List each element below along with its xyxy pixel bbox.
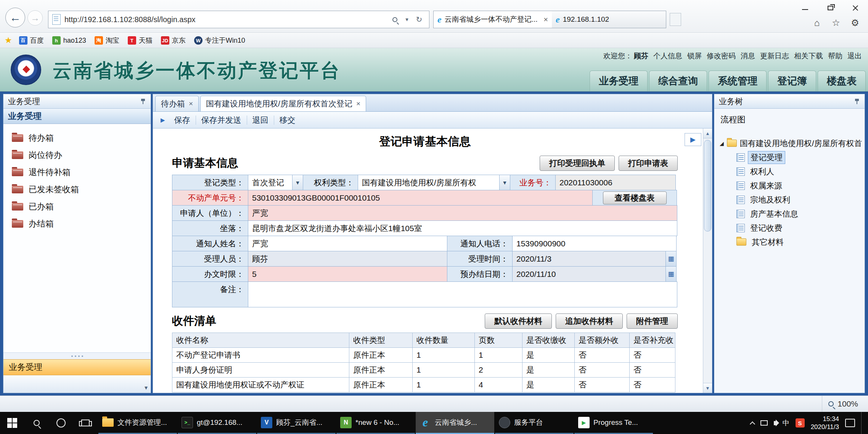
favorite-baidu[interactable]: 百百度 xyxy=(17,35,46,46)
doc-tab-registration[interactable]: 国有建设用地使用权/房屋所有权首次登记 × xyxy=(200,96,366,111)
sidebar-item-todo-box[interactable]: 待办箱 xyxy=(3,129,151,146)
taskbar-search-button[interactable] xyxy=(24,412,49,434)
zoom-control[interactable]: 100% xyxy=(822,396,864,412)
favorites-bar-star-icon[interactable]: ★ xyxy=(5,35,12,45)
nav-business-accept[interactable]: 业务受理 xyxy=(590,71,648,91)
link-logout[interactable]: 退出 xyxy=(847,51,862,61)
tray-expand-icon[interactable] xyxy=(750,421,755,426)
panel-expand-button[interactable]: ▶ xyxy=(685,133,701,146)
speaker-icon[interactable] xyxy=(774,421,776,425)
default-materials-button[interactable]: 默认收件材料 xyxy=(485,313,552,329)
print-application-button[interactable]: 打印申请表 xyxy=(619,156,678,171)
right-type-select[interactable]: 国有建设用地使用权/房屋所有权▼ xyxy=(358,175,510,190)
sidebar-item-return-box[interactable]: 退件待补箱 xyxy=(3,164,151,181)
calendar-icon[interactable]: ▦ xyxy=(665,267,676,281)
location-field[interactable]: 昆明市盘龙区双龙街道办事处幸福小区1幢105室 xyxy=(248,220,677,236)
window-minimize-button[interactable] xyxy=(792,0,818,16)
taskbar-app-service[interactable]: 服务平台 xyxy=(495,412,574,434)
taskbar-app-terminal[interactable]: >_gt@192.168... xyxy=(178,412,256,434)
start-button[interactable] xyxy=(0,412,24,434)
time-limit-field[interactable]: 5 xyxy=(248,266,447,282)
browser-back-button[interactable]: ← xyxy=(5,8,25,27)
show-desktop-button[interactable] xyxy=(861,412,865,434)
tree-item-parcel-rights[interactable]: 宗地及权利 xyxy=(714,193,865,207)
sidebar-collapse-strip[interactable]: ▾ xyxy=(3,375,151,393)
link-help[interactable]: 帮助 xyxy=(828,51,842,61)
refresh-icon[interactable]: ↻ xyxy=(411,11,427,28)
due-date-field[interactable]: 2020/11/10▦ xyxy=(512,266,677,282)
link-changelog[interactable]: 更新日志 xyxy=(760,51,789,61)
link-messages[interactable]: 消息 xyxy=(741,51,755,61)
display-icon[interactable] xyxy=(760,420,768,426)
link-downloads[interactable]: 相关下载 xyxy=(794,51,823,61)
search-icon[interactable] xyxy=(387,11,402,28)
sidebar-item-post-todo[interactable]: 岗位待办 xyxy=(3,146,151,164)
append-materials-button[interactable]: 追加收件材料 xyxy=(556,313,623,329)
table-row[interactable]: 国有建设用地使用权证或不动产权证 原件正本 1 4 是 否 否 xyxy=(172,378,678,392)
taskbar-app-ie[interactable]: e云南省城乡... xyxy=(416,412,494,434)
settings-gear-icon[interactable]: ⚙ xyxy=(847,15,863,31)
nav-building-table[interactable]: 楼盘表 xyxy=(818,71,866,91)
toolbar-play-icon[interactable]: ▶ xyxy=(161,117,165,124)
remark-field[interactable] xyxy=(248,281,677,307)
tree-root[interactable]: ◢ 国有建设用地使用权/房屋所有权首 xyxy=(714,136,865,150)
sidebar-group-header[interactable]: 业务受理 xyxy=(3,109,151,124)
url-text[interactable]: http://192.168.1.102:8088/sl/login.aspx xyxy=(64,15,387,24)
nav-register-book[interactable]: 登记簿 xyxy=(768,71,816,91)
splitter-handle[interactable] xyxy=(3,352,151,359)
attachment-manager-button[interactable]: 附件管理 xyxy=(627,313,678,329)
tree-item-right-holder[interactable]: 权利人 xyxy=(714,164,865,178)
tree-item-other-materials[interactable]: 其它材料 xyxy=(714,235,865,249)
chevron-down-icon[interactable]: ▾ xyxy=(145,384,148,391)
action-center-icon[interactable] xyxy=(845,419,855,427)
table-row[interactable]: 不动产登记申请书 原件正本 1 1 是 否 否 xyxy=(172,348,678,363)
favorite-tmall[interactable]: T天猫 xyxy=(125,35,155,46)
browser-tab-current[interactable]: e 云南省城乡一体不动产登记... × xyxy=(433,11,552,28)
favorite-win10[interactable]: W专注于Win10 xyxy=(192,35,248,46)
sogou-input-icon[interactable]: S xyxy=(796,418,805,428)
unit-no-field[interactable]: 530103309013GB00001F00010105 xyxy=(248,190,593,206)
sidebar-item-closed-box[interactable]: 办结箱 xyxy=(3,215,151,232)
notify-phone-field[interactable]: 15390900900 xyxy=(512,236,677,251)
browser-tab-secondary[interactable]: e 192.168.1.102 xyxy=(552,11,666,28)
applicant-field[interactable]: 严宽 xyxy=(248,205,677,221)
home-icon[interactable]: ⌂ xyxy=(809,15,825,31)
expand-icon[interactable]: ◢ xyxy=(720,140,724,146)
scrollbar-thumb[interactable] xyxy=(704,140,711,231)
sidebar-item-sent-unsigned-box[interactable]: 已发未签收箱 xyxy=(3,181,151,198)
pin-icon[interactable] xyxy=(140,98,146,104)
doc-tab-inbox[interactable]: 待办箱 × xyxy=(155,96,199,111)
return-button[interactable]: 退回 xyxy=(249,113,272,127)
sidebar-group-business[interactable]: 业务受理 xyxy=(3,359,151,375)
dropdown-caret-icon[interactable]: ▼ xyxy=(499,175,510,190)
save-and-send-button[interactable]: 保存并发送 xyxy=(198,113,245,127)
scroll-down-icon[interactable]: ▼ xyxy=(703,383,712,393)
link-profile[interactable]: 个人信息 xyxy=(653,51,682,61)
tab-close-icon[interactable]: × xyxy=(543,15,548,24)
link-change-password[interactable]: 修改密码 xyxy=(707,51,736,61)
taskbar-app-explorer[interactable]: 文件资源管理... xyxy=(98,412,177,434)
link-lock-screen[interactable]: 锁屏 xyxy=(687,51,702,61)
vertical-scrollbar[interactable]: ▲ ▼ xyxy=(703,129,712,393)
pin-icon[interactable] xyxy=(854,98,860,104)
taskbar-clock[interactable]: 15:34 2020/11/3 xyxy=(811,415,839,431)
address-bar[interactable]: http://192.168.1.102:8088/sl/login.aspx … xyxy=(48,11,429,28)
accept-time-field[interactable]: 2020/11/3▦ xyxy=(512,251,677,267)
tree-item-registration-accept[interactable]: 登记受理 xyxy=(714,150,865,164)
ime-indicator[interactable]: 中 xyxy=(783,418,789,428)
reg-type-select[interactable]: 首次登记▼ xyxy=(248,175,303,190)
tree-item-registration-fees[interactable]: 登记收费 xyxy=(714,221,865,235)
favorite-hao123[interactable]: hhao123 xyxy=(50,35,88,45)
window-restore-button[interactable] xyxy=(818,0,843,16)
dropdown-caret-icon[interactable]: ▼ xyxy=(292,175,303,190)
task-view-button[interactable] xyxy=(73,412,98,434)
tab-close-icon[interactable]: × xyxy=(356,100,360,108)
notify-name-field[interactable]: 严宽 xyxy=(248,236,447,251)
nav-comprehensive-query[interactable]: 综合查询 xyxy=(649,71,707,91)
tree-item-house-info[interactable]: 房产基本信息 xyxy=(714,207,865,221)
taskbar-app-notepad[interactable]: N*new 6 - No... xyxy=(336,412,415,434)
cortana-button[interactable] xyxy=(49,412,73,434)
window-close-button[interactable] xyxy=(843,0,868,16)
address-dropdown-icon[interactable]: ▾ xyxy=(402,11,411,28)
calendar-icon[interactable]: ▦ xyxy=(665,251,676,266)
